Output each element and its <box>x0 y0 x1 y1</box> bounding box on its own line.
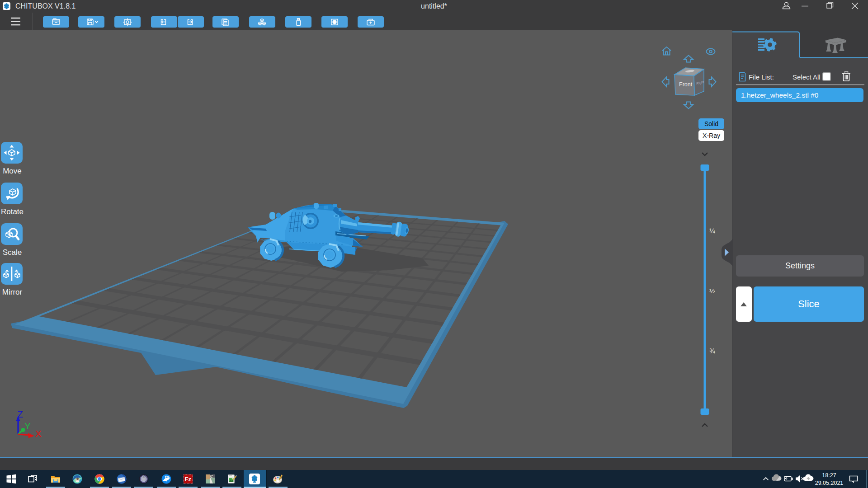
svg-text:¾: ¾ <box>709 347 715 355</box>
svg-text:Front: Front <box>679 81 693 88</box>
svg-text:¼: ¼ <box>709 227 715 235</box>
svg-text:Y: Y <box>24 421 31 431</box>
svg-text:Fz: Fz <box>185 476 192 483</box>
svg-text:X: X <box>35 428 42 439</box>
svg-text:Z: Z <box>17 409 23 419</box>
svg-text:½: ½ <box>709 287 715 295</box>
